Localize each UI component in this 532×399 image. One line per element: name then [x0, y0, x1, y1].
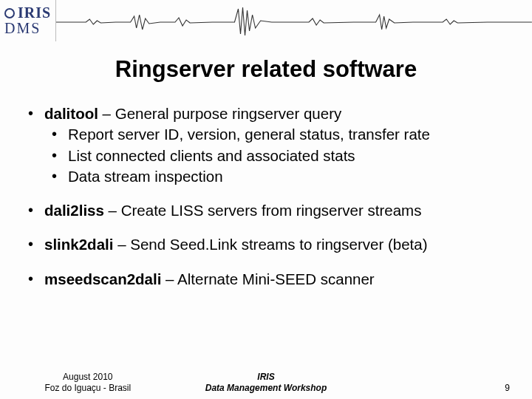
- slide-footer: August 2010 Foz do Iguaçu - Brasil IRIS …: [0, 372, 532, 393]
- sub-bullet-item: List connected clients and associated st…: [44, 146, 510, 166]
- sub-bullet-list: Report server ID, version, general statu…: [44, 124, 510, 187]
- bullet-item: slink2dali – Send Seed.Link streams to r…: [22, 234, 510, 255]
- bullet-list: dalitool – General purpose ringserver qu…: [22, 103, 510, 290]
- term: dalitool: [44, 105, 98, 122]
- iris-dms-logo: IRIS DMS: [0, 0, 56, 41]
- footer-center: IRIS Data Management Workshop: [176, 372, 357, 393]
- bullet-item: dali2liss – Create LISS servers from rin…: [22, 200, 510, 221]
- term: slink2dali: [44, 236, 113, 253]
- logo-text-dms: DMS: [4, 20, 51, 37]
- bullet-item: mseedscan2dali – Alternate Mini-SEED sca…: [22, 269, 510, 290]
- footer-date: August 2010: [0, 372, 176, 382]
- slide-title: Ringserver related software: [0, 56, 532, 83]
- term: mseedscan2dali: [44, 270, 161, 287]
- slide-header: IRIS DMS: [0, 0, 532, 41]
- sub-bullet-item: Data stream inspection: [44, 166, 510, 187]
- logo-text-iris: IRIS: [18, 4, 51, 21]
- bullet-item: dalitool – General purpose ringserver qu…: [22, 103, 510, 187]
- footer-event: Data Management Workshop: [176, 383, 357, 393]
- desc: – Send Seed.Link streams to ringserver (…: [113, 236, 427, 253]
- footer-left: August 2010 Foz do Iguaçu - Brasil: [0, 372, 176, 393]
- sub-bullet-item: Report server ID, version, general statu…: [44, 124, 510, 145]
- term: dali2liss: [44, 202, 104, 219]
- desc: – Create LISS servers from ringserver st…: [104, 202, 422, 219]
- footer-org: IRIS: [176, 372, 357, 382]
- slide-body: dalitool – General purpose ringserver qu…: [0, 103, 532, 290]
- footer-location: Foz do Iguaçu - Brasil: [0, 383, 176, 393]
- footer-page-number: 9: [356, 383, 532, 393]
- seismic-waveform-icon: [56, 0, 532, 41]
- desc: – General purpose ringserver query: [98, 105, 341, 122]
- logo-globe-icon: [4, 8, 15, 18]
- desc: – Alternate Mini-SEED scanner: [161, 270, 374, 287]
